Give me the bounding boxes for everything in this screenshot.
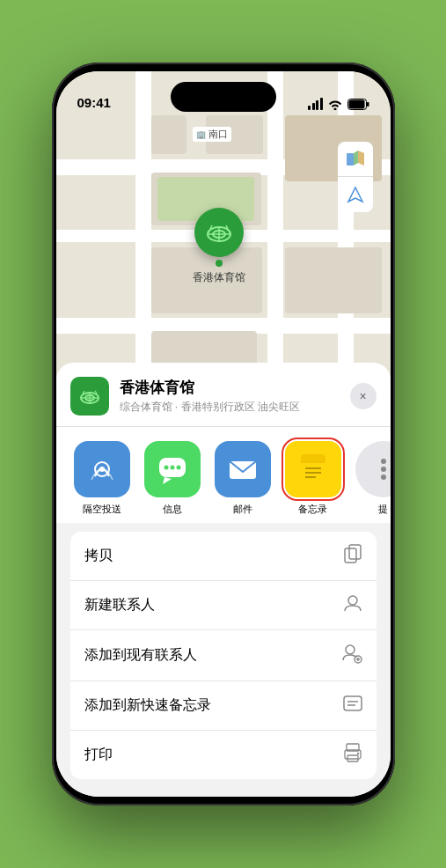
add-existing-icon <box>341 643 362 668</box>
battery-icon <box>347 99 369 110</box>
new-contact-action[interactable]: 新建联系人 <box>70 581 377 630</box>
stadium-pin: 香港体育馆 <box>193 208 245 285</box>
notes-label: 备忘录 <box>298 503 327 516</box>
share-item-airdrop[interactable]: 隔空投送 <box>70 441 134 516</box>
print-action[interactable]: 打印 <box>70 731 377 779</box>
bottom-sheet: 香港体育馆 综合体育馆 · 香港特别行政区 油尖旺区 × <box>56 363 391 797</box>
svg-rect-34 <box>345 548 356 563</box>
svg-point-35 <box>348 596 357 605</box>
new-contact-svg <box>343 593 362 613</box>
svg-point-20 <box>99 467 105 472</box>
stadium-icon <box>203 217 235 248</box>
svg-point-36 <box>346 645 355 654</box>
svg-rect-2 <box>348 99 364 108</box>
airdrop-icon <box>74 441 130 497</box>
add-notes-svg <box>343 694 362 713</box>
copy-icon <box>343 544 362 568</box>
dynamic-island <box>171 82 276 112</box>
venue-info: 香港体育馆 综合体育馆 · 香港特别行政区 油尖旺区 <box>120 378 350 415</box>
close-button[interactable]: × <box>350 383 377 409</box>
map-controls <box>338 142 373 212</box>
svg-marker-4 <box>354 151 358 166</box>
more-label: 提 <box>378 503 388 516</box>
print-label: 打印 <box>84 746 113 764</box>
map-type-icon <box>346 150 365 169</box>
messages-icon <box>144 441 201 497</box>
svg-point-46 <box>356 753 358 754</box>
svg-rect-1 <box>367 102 369 107</box>
svg-point-25 <box>176 466 180 470</box>
svg-rect-3 <box>347 153 354 166</box>
svg-marker-6 <box>348 188 362 202</box>
more-icon <box>355 441 391 497</box>
svg-rect-40 <box>344 696 362 710</box>
new-contact-icon <box>343 593 362 617</box>
add-existing-svg <box>341 643 362 664</box>
mail-icon <box>215 441 271 497</box>
share-item-notes[interactable]: 备忘录 <box>281 441 345 516</box>
notes-svg <box>296 452 330 486</box>
map-block5 <box>285 247 382 313</box>
status-icons <box>308 98 369 110</box>
mail-svg <box>226 452 260 486</box>
pin-label: 香港体育馆 <box>193 270 245 285</box>
notes-icon <box>285 441 341 497</box>
south-entrance-label: 🏢 南口 <box>193 127 231 142</box>
messages-svg <box>156 452 189 486</box>
svg-rect-29 <box>301 460 325 463</box>
svg-point-23 <box>164 466 168 470</box>
svg-point-24 <box>170 466 174 470</box>
airdrop-svg <box>86 453 118 485</box>
print-icon <box>343 743 362 767</box>
mail-label: 邮件 <box>233 503 252 516</box>
map-type-button[interactable] <box>338 142 373 177</box>
location-button[interactable] <box>338 177 373 212</box>
action-list: 拷贝 新建联系人 <box>70 532 377 779</box>
share-row: 隔空投送 信息 <box>56 427 391 523</box>
copy-label: 拷贝 <box>84 547 113 565</box>
svg-marker-5 <box>358 151 364 166</box>
phone-frame: 09:41 <box>52 63 395 805</box>
location-arrow-icon <box>347 186 364 203</box>
venue-header: 香港体育馆 综合体育馆 · 香港特别行政区 油尖旺区 × <box>56 363 391 427</box>
new-contact-label: 新建联系人 <box>84 596 155 614</box>
share-item-more[interactable]: 提 <box>352 441 391 516</box>
add-existing-label: 添加到现有联系人 <box>84 646 197 665</box>
print-svg <box>343 743 362 762</box>
add-existing-action[interactable]: 添加到现有联系人 <box>70 630 377 681</box>
share-item-messages[interactable]: 信息 <box>141 441 204 516</box>
venue-icon <box>70 377 109 416</box>
copy-action[interactable]: 拷贝 <box>70 532 377 581</box>
share-item-mail[interactable]: 邮件 <box>211 441 274 516</box>
add-notes-action[interactable]: 添加到新快速备忘录 <box>70 681 377 731</box>
airdrop-label: 隔空投送 <box>83 503 121 516</box>
phone-screen: 09:41 <box>56 71 391 797</box>
svg-rect-33 <box>349 545 361 559</box>
venue-stadium-icon <box>77 384 102 408</box>
copy-svg <box>343 544 362 563</box>
messages-label: 信息 <box>163 503 182 516</box>
signal-bars-icon <box>308 98 323 110</box>
pin-dot <box>216 260 223 267</box>
map-block3 <box>151 115 186 154</box>
pin-icon <box>194 208 244 257</box>
venue-description: 综合体育馆 · 香港特别行政区 油尖旺区 <box>120 400 350 415</box>
status-time: 09:41 <box>77 95 111 110</box>
add-notes-icon <box>343 694 362 717</box>
svg-marker-22 <box>163 477 172 484</box>
venue-name: 香港体育馆 <box>120 378 350 398</box>
wifi-icon <box>328 99 342 110</box>
add-notes-label: 添加到新快速备忘录 <box>84 696 211 715</box>
